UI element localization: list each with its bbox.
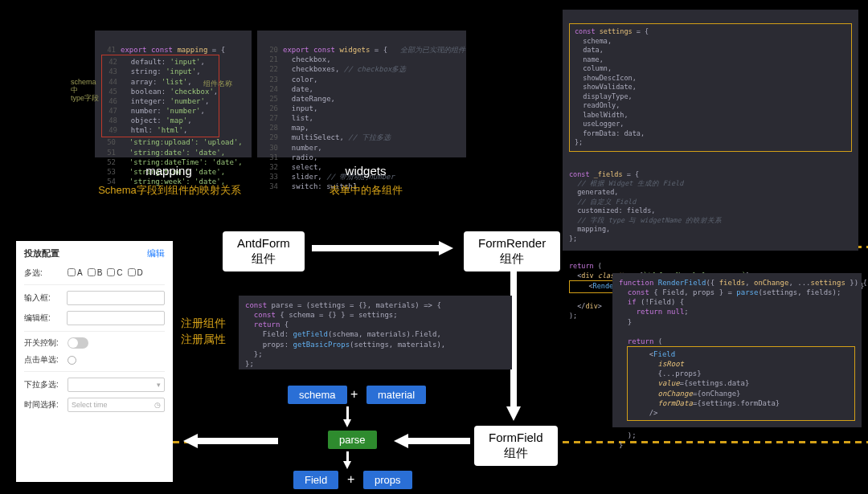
checkbox-A[interactable]: A (68, 268, 83, 277)
map-right-label: 组件名称 (203, 79, 232, 89)
row-select: 下拉多选: ▾ (24, 378, 165, 392)
map-left-label: schema中type字段 (71, 79, 100, 103)
chip-material: material (366, 386, 426, 404)
input-text[interactable] (67, 291, 165, 305)
arrow-parse-to-form (183, 434, 276, 448)
select-input[interactable]: ▾ (68, 378, 165, 392)
code-renderfield: function RenderField({ fields, onChange,… (612, 273, 862, 427)
clock-icon: ◷ (154, 401, 161, 409)
arrow-antd-to-formrender (312, 241, 457, 255)
editor-text[interactable] (67, 311, 165, 325)
caption-mapping-sub: Schema字段到组件的映射关系 (85, 183, 254, 198)
arrow-formfield-to-parse (394, 434, 470, 448)
plus-2: + (347, 472, 354, 487)
row-radio: 点击单选: (24, 354, 165, 365)
node-antdform: AntdForm 组件 (223, 231, 305, 271)
code-parse: const parse = (settings = {}, materials)… (239, 296, 512, 369)
node-formfield-title: FormField (489, 431, 543, 446)
node-formrender-title: FormRender (478, 236, 546, 251)
radio-input[interactable] (68, 356, 76, 365)
node-formrender: FormRender 组件 (464, 231, 560, 271)
node-formfield-sub: 组件 (489, 446, 543, 461)
caption-widgets-sub: 表单中的各组件 (313, 183, 418, 198)
code-settings: const settings = { schema, data, name, c… (563, 10, 858, 251)
code-mapping: 41export const mapping = { 42 default: '… (95, 31, 252, 157)
code-widgets: 20export const widgets = { 全部为已实现的组件 21 … (257, 31, 466, 157)
checkbox-B[interactable]: B (88, 268, 103, 277)
form-edit-link[interactable]: 编辑 (147, 247, 165, 259)
row-input: 输入框: (24, 291, 165, 305)
plus-1: + (350, 387, 358, 402)
form-title: 投放配置 (24, 247, 59, 259)
node-formrender-sub: 组件 (478, 251, 546, 267)
register-note-2: 注册属性 (181, 332, 226, 348)
row-editor: 编辑框: (24, 311, 165, 325)
node-antdform-sub: 组件 (237, 251, 290, 267)
chip-field: Field (293, 471, 338, 489)
row-time: 时间选择: Select time◷ (24, 398, 165, 412)
time-input[interactable]: Select time◷ (68, 398, 165, 412)
row-switch: 开关控制: (24, 337, 165, 349)
register-note: 注册组件 注册属性 (181, 316, 226, 347)
form-preview: 投放配置 编辑 多选: ABCD 输入框: 编辑框: 开关控制: 点击单选: 下… (16, 241, 173, 482)
checkbox-D[interactable]: D (128, 268, 143, 277)
chip-parse: parse (328, 431, 377, 449)
row-multi: 多选: ABCD (24, 267, 165, 279)
register-note-1: 注册组件 (181, 316, 226, 332)
chip-schema: schema (288, 386, 347, 404)
caption-mapping: mapping (121, 164, 217, 178)
node-formfield: FormField 组件 (474, 426, 558, 466)
switch-toggle[interactable] (68, 337, 88, 349)
checkbox-C[interactable]: C (107, 268, 122, 277)
chip-props: props (363, 471, 412, 489)
caption-widgets: widgets (317, 164, 414, 178)
node-antdform-title: AntdForm (237, 236, 290, 251)
